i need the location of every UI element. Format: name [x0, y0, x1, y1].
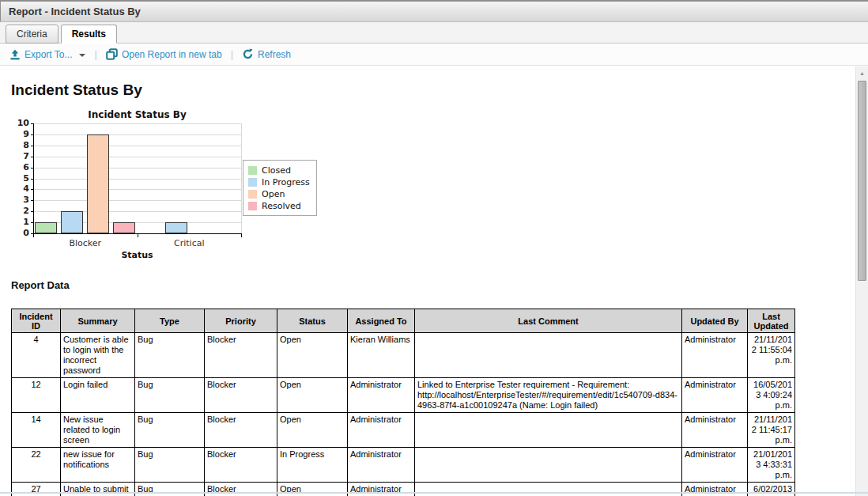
gridline [33, 200, 241, 201]
table-cell: Open [277, 413, 348, 448]
table-row: 27Unable to submit request. request hang… [12, 483, 795, 496]
table-cell: Blocker [205, 483, 277, 496]
tab-criteria[interactable]: Criteria [6, 25, 58, 44]
y-axis-tick-label: 9 [11, 130, 29, 139]
table-cell: Administrator [348, 483, 415, 496]
category-label-critical: Critical [138, 238, 242, 248]
scrollbar-up-button[interactable]: ▲ [856, 66, 868, 79]
legend-label: Open [262, 189, 285, 199]
table-cell: Linked to Enterprise Tester requirement … [415, 378, 682, 413]
table-cell: Bug [135, 333, 205, 378]
y-axis-tick-label: 3 [11, 195, 29, 205]
header-cell-updated-by: Updated By [682, 309, 748, 333]
x-axis-tick [138, 234, 138, 237]
chart-legend: ClosedIn ProgressOpenResolved [243, 160, 317, 216]
chart-title: Incident Status By [33, 109, 241, 120]
legend-label: Closed [262, 165, 291, 176]
y-axis-tick-label: 7 [11, 152, 29, 161]
report-data-heading: Report Data [11, 279, 855, 291]
export-to-button[interactable]: Export To... [7, 48, 88, 60]
report-heading: Incident Status By [11, 81, 855, 99]
scrollbar-thumb[interactable] [858, 81, 866, 281]
table-cell: Blocker [205, 413, 277, 448]
table-cell: Administrator [682, 413, 748, 448]
table-cell: Blocker [205, 378, 277, 413]
y-axis-tick-label: 6 [11, 163, 29, 172]
toolbar-separator: | [231, 48, 233, 60]
table-cell: 16/05/2013 4:09:24 p.m. [748, 378, 795, 413]
table-cell: Blocker [205, 333, 277, 378]
y-axis-tick-label: 8 [11, 141, 29, 150]
table-cell: Administrator [682, 333, 748, 378]
y-axis-tick-label: 2 [11, 206, 29, 216]
table-cell: Administrator [682, 483, 748, 496]
table-cell: Kieran Williams [348, 333, 415, 378]
legend-label: In Progress [262, 177, 310, 187]
vertical-scrollbar[interactable]: ▲ [855, 66, 868, 496]
table-cell: Administrator [682, 448, 748, 483]
legend-item: Open [248, 188, 310, 200]
report-data-table: Incident IDSummaryTypePriorityStatusAssi… [11, 309, 795, 496]
header-cell-priority: Priority [205, 309, 277, 333]
window-title: Report - Incident Status By [9, 6, 141, 17]
gridline [33, 168, 241, 168]
y-axis-line [33, 123, 34, 234]
tab-results-label: Results [72, 28, 106, 40]
header-cell-last-comment: Last Comment [415, 309, 682, 333]
legend-item: Closed [248, 165, 310, 176]
window-bottom-edge [0, 492, 868, 494]
copy-pages-icon [106, 48, 118, 60]
legend-swatch-in-progress [248, 178, 257, 187]
refresh-button[interactable]: Refresh [240, 48, 293, 60]
tab-results[interactable]: Results [61, 25, 117, 44]
table-row: 22new issue for notificationsBugBlockerI… [12, 448, 795, 483]
legend-swatch-closed [248, 166, 257, 175]
gridline [33, 157, 241, 157]
table-cell: Blocker [205, 448, 277, 483]
table-cell: Administrator [348, 413, 415, 448]
bar-open-blocker [87, 134, 109, 233]
table-cell: Login failed [61, 378, 135, 413]
header-cell-last-updated: Last Updated [748, 309, 795, 333]
caret-down-icon [79, 54, 85, 60]
table-cell [415, 448, 682, 483]
y-axis-tick-label: 1 [11, 218, 29, 227]
legend-swatch-resolved [248, 202, 257, 210]
table-cell: 4 [12, 333, 61, 378]
y-axis-tick-label: 10 [11, 119, 29, 128]
table-row: 14New issue related to login screenBugBl… [12, 413, 795, 448]
table-cell: 14 [12, 413, 61, 448]
gridline [33, 123, 241, 124]
table-cell: 6/02/2013 11:40:38 [748, 483, 795, 496]
table-cell: Bug [135, 448, 205, 483]
y-axis-tick-label: 4 [11, 184, 29, 194]
header-cell-type: Type [135, 309, 205, 333]
table-cell [415, 483, 682, 496]
table-cell: Bug [135, 483, 205, 496]
table-cell: Bug [135, 413, 205, 448]
table-cell: Unable to submit request. request hangs [61, 483, 135, 496]
legend-item: Resolved [248, 200, 310, 212]
export-to-label: Export To... [25, 49, 72, 60]
gridline [33, 146, 241, 146]
open-report-new-tab-button[interactable]: Open Report in new tab [104, 48, 225, 60]
table-cell: Bug [135, 378, 205, 413]
table-cell [415, 413, 682, 448]
plot-right-border [241, 123, 242, 233]
x-axis-title: Status [33, 250, 241, 260]
table-cell: 27 [12, 483, 61, 496]
bar-in-progress-critical [165, 222, 187, 233]
table-cell: 12 [12, 378, 61, 413]
upload-icon [9, 49, 21, 60]
bar-resolved-blocker [113, 222, 135, 233]
open-report-label: Open Report in new tab [122, 49, 222, 60]
header-cell-summary: Summary [61, 309, 135, 333]
category-label-blocker: Blocker [33, 238, 138, 248]
header-cell-assigned-to: Assigned To [348, 309, 415, 333]
gridline [33, 179, 241, 180]
gridline [33, 134, 241, 135]
legend-label: Resolved [262, 201, 301, 211]
legend-item: In Progress [248, 176, 310, 188]
tab-strip: Criteria Results [0, 22, 868, 44]
legend-swatch-open [248, 190, 257, 199]
